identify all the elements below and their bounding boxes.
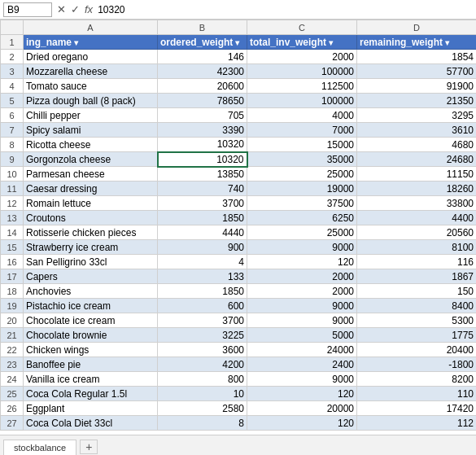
cell-26-c[interactable]: 20000 [247, 401, 357, 416]
cell-26-d[interactable]: 17420 [357, 401, 477, 416]
sheet-tab-stockbalance[interactable]: stockbalance [3, 440, 76, 455]
cell-11-c[interactable]: 19000 [247, 182, 357, 196]
cell-27-d[interactable]: 112 [357, 416, 477, 431]
cell-15-a[interactable]: Strawberry ice cream [24, 240, 158, 255]
cell-18-a[interactable]: Anchovies [24, 284, 158, 299]
cancel-icon[interactable]: ✕ [55, 3, 68, 15]
cell-7-b[interactable]: 3390 [158, 123, 247, 138]
cell-7-a[interactable]: Spicy salami [24, 123, 158, 138]
header-cell-b[interactable]: ordered_weight ▾ [158, 35, 247, 50]
cell-22-b[interactable]: 3600 [158, 343, 247, 357]
cell-3-d[interactable]: 57700 [357, 64, 477, 79]
cell-9-b[interactable]: 10320 [158, 152, 247, 167]
cell-22-a[interactable]: Chicken wings [24, 343, 158, 357]
cell-27-a[interactable]: Coca Cola Diet 33cl [24, 416, 158, 431]
header-cell-d[interactable]: remaining_weight ▾ [357, 35, 477, 50]
cell-14-b[interactable]: 4440 [158, 225, 247, 240]
cell-20-a[interactable]: Chocolate ice cream [24, 313, 158, 328]
cell-5-c[interactable]: 100000 [247, 94, 357, 108]
cell-6-d[interactable]: 3295 [357, 108, 477, 123]
cell-8-c[interactable]: 15000 [247, 138, 357, 152]
cell-5-d[interactable]: 21350 [357, 94, 477, 108]
header-cell-a[interactable]: ing_name ▾ [24, 35, 158, 50]
cell-25-c[interactable]: 120 [247, 387, 357, 401]
cell-9-a[interactable]: Gorgonzola cheese [24, 152, 158, 167]
cell-12-b[interactable]: 3700 [158, 196, 247, 211]
cell-27-c[interactable]: 120 [247, 416, 357, 431]
cell-5-b[interactable]: 78650 [158, 94, 247, 108]
cell-12-d[interactable]: 33800 [357, 196, 477, 211]
cell-8-b[interactable]: 10320 [158, 138, 247, 152]
cell-14-a[interactable]: Rotisserie chicken pieces [24, 225, 158, 240]
cell-16-b[interactable]: 4 [158, 255, 247, 269]
cell-4-d[interactable]: 91900 [357, 79, 477, 94]
cell-25-b[interactable]: 10 [158, 387, 247, 401]
cell-14-c[interactable]: 25000 [247, 225, 357, 240]
cell-23-a[interactable]: Banoffee pie [24, 357, 158, 372]
cell-21-a[interactable]: Chocolate brownie [24, 328, 158, 343]
cell-4-c[interactable]: 112500 [247, 79, 357, 94]
cell-10-a[interactable]: Parmesan cheese [24, 167, 158, 182]
cell-23-d[interactable]: -1800 [357, 357, 477, 372]
add-sheet-button[interactable]: + [80, 440, 98, 454]
cell-13-d[interactable]: 4400 [357, 211, 477, 225]
cell-8-a[interactable]: Ricotta cheese [24, 138, 158, 152]
cell-16-a[interactable]: San Pelligrino 33cl [24, 255, 158, 269]
cell-2-d[interactable]: 1854 [357, 50, 477, 64]
cell-18-d[interactable]: 150 [357, 284, 477, 299]
col-header-c[interactable]: C [247, 20, 357, 35]
cell-21-c[interactable]: 5000 [247, 328, 357, 343]
cell-8-d[interactable]: 4680 [357, 138, 477, 152]
cell-20-c[interactable]: 9000 [247, 313, 357, 328]
cell-10-d[interactable]: 11150 [357, 167, 477, 182]
cell-7-d[interactable]: 3610 [357, 123, 477, 138]
cell-4-b[interactable]: 20600 [158, 79, 247, 94]
col-header-a[interactable]: A [24, 20, 158, 35]
cell-18-b[interactable]: 1850 [158, 284, 247, 299]
cell-19-c[interactable]: 9000 [247, 299, 357, 313]
cell-26-a[interactable]: Eggplant [24, 401, 158, 416]
cell-15-d[interactable]: 8100 [357, 240, 477, 255]
cell-19-d[interactable]: 8400 [357, 299, 477, 313]
cell-6-c[interactable]: 4000 [247, 108, 357, 123]
cell-21-b[interactable]: 3225 [158, 328, 247, 343]
formula-input[interactable] [96, 2, 473, 17]
cell-12-c[interactable]: 37500 [247, 196, 357, 211]
cell-22-d[interactable]: 20400 [357, 343, 477, 357]
cell-19-b[interactable]: 600 [158, 299, 247, 313]
col-header-d[interactable]: D [357, 20, 477, 35]
cell-3-a[interactable]: Mozzarella cheese [24, 64, 158, 79]
cell-6-a[interactable]: Chilli pepper [24, 108, 158, 123]
cell-14-d[interactable]: 20560 [357, 225, 477, 240]
cell-16-d[interactable]: 116 [357, 255, 477, 269]
cell-13-c[interactable]: 6250 [247, 211, 357, 225]
cell-15-b[interactable]: 900 [158, 240, 247, 255]
cell-13-a[interactable]: Croutons [24, 211, 158, 225]
cell-23-c[interactable]: 2400 [247, 357, 357, 372]
cell-6-b[interactable]: 705 [158, 108, 247, 123]
cell-20-b[interactable]: 3700 [158, 313, 247, 328]
cell-24-d[interactable]: 8200 [357, 372, 477, 387]
cell-15-c[interactable]: 9000 [247, 240, 357, 255]
cell-7-c[interactable]: 7000 [247, 123, 357, 138]
cell-18-c[interactable]: 2000 [247, 284, 357, 299]
cell-2-a[interactable]: Dried oregano [24, 50, 158, 64]
cell-3-b[interactable]: 42300 [158, 64, 247, 79]
cell-12-a[interactable]: Romain lettuce [24, 196, 158, 211]
cell-27-b[interactable]: 8 [158, 416, 247, 431]
cell-26-b[interactable]: 2580 [158, 401, 247, 416]
cell-17-a[interactable]: Capers [24, 269, 158, 284]
cell-25-a[interactable]: Coca Cola Regular 1.5l [24, 387, 158, 401]
confirm-icon[interactable]: ✓ [69, 3, 81, 15]
cell-23-b[interactable]: 4200 [158, 357, 247, 372]
cell-11-a[interactable]: Caesar dressing [24, 182, 158, 196]
cell-20-d[interactable]: 5300 [357, 313, 477, 328]
cell-9-c[interactable]: 35000 [247, 152, 357, 167]
cell-10-b[interactable]: 13850 [158, 167, 247, 182]
cell-reference-box[interactable] [3, 2, 52, 17]
cell-21-d[interactable]: 1775 [357, 328, 477, 343]
cell-9-d[interactable]: 24680 [357, 152, 477, 167]
cell-24-a[interactable]: Vanilla ice cream [24, 372, 158, 387]
cell-24-b[interactable]: 800 [158, 372, 247, 387]
cell-17-d[interactable]: 1867 [357, 269, 477, 284]
